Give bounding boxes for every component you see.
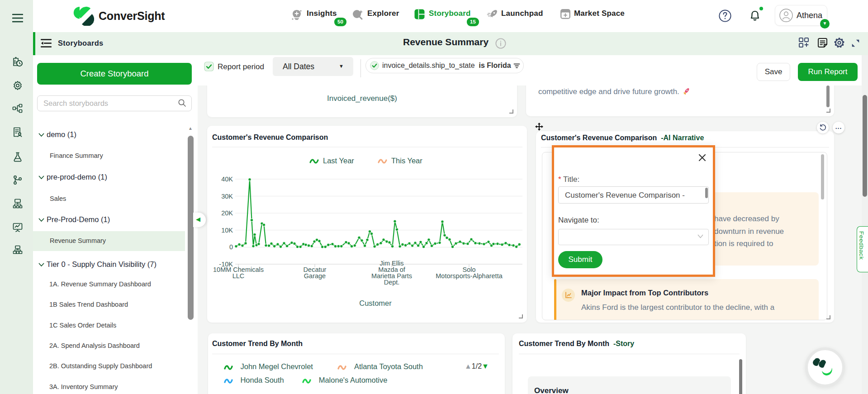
- svg-text:Customer's Revenue Comparison: Customer's Revenue Comparison: [212, 133, 328, 141]
- svg-text:20K: 20K: [221, 209, 233, 217]
- svg-text:Motorsports-Alpharetta: Motorsports-Alpharetta: [436, 272, 503, 280]
- svg-text:30K: 30K: [221, 193, 233, 200]
- svg-text:Dept.: Dept.: [384, 279, 400, 286]
- svg-text:LLC: LLC: [232, 272, 245, 280]
- svg-text:Garage: Garage: [304, 272, 326, 280]
- svg-text:Last Year: Last Year: [323, 157, 354, 165]
- svg-text:40K: 40K: [221, 176, 233, 183]
- svg-text:This Year: This Year: [391, 157, 422, 165]
- svg-text:Customer: Customer: [359, 299, 392, 307]
- svg-text:10K: 10K: [221, 227, 233, 234]
- svg-text:0: 0: [229, 243, 233, 251]
